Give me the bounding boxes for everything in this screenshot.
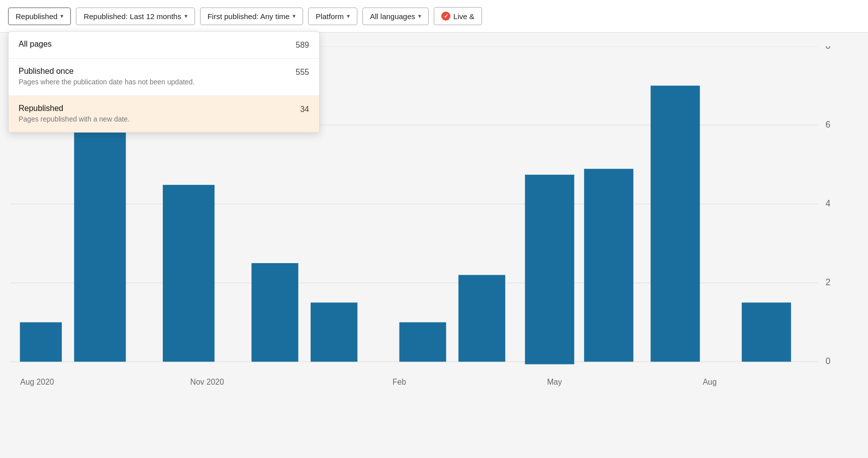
live-filter-button[interactable]: Live &: [434, 7, 482, 25]
date-range-filter-label: Republished: Last 12 months: [83, 12, 181, 21]
svg-rect-14: [311, 302, 357, 362]
dropdown-item-republished[interactable]: Republished Pages republished with a new…: [9, 96, 319, 133]
svg-rect-17: [525, 175, 574, 364]
svg-rect-13: [251, 263, 298, 362]
svg-text:Nov 2020: Nov 2020: [190, 378, 224, 386]
svg-rect-12: [163, 185, 215, 362]
all-pages-title: All pages: [19, 40, 287, 49]
svg-rect-19: [650, 86, 700, 362]
svg-rect-18: [584, 169, 633, 362]
dropdown-item-all-pages[interactable]: All pages 589: [9, 32, 319, 59]
published-once-desc: Pages where the publication date has not…: [19, 77, 287, 87]
svg-text:4: 4: [825, 198, 830, 208]
svg-rect-10: [20, 322, 62, 362]
republished-desc: Pages republished with a new date.: [19, 114, 292, 125]
date-range-filter-button[interactable]: Republished: Last 12 months ▾: [76, 8, 195, 25]
svg-text:8: 8: [825, 46, 830, 51]
date-range-chevron-icon: ▾: [184, 13, 187, 20]
svg-text:Aug: Aug: [703, 378, 717, 386]
republished-title: Republished: [19, 104, 292, 113]
toolbar: Republished ▾ Republished: Last 12 month…: [0, 0, 868, 33]
republished-filter-label: Republished: [16, 12, 57, 21]
svg-text:6: 6: [825, 120, 830, 130]
svg-text:Feb: Feb: [393, 378, 406, 386]
svg-rect-20: [742, 302, 791, 362]
first-published-filter-label: First published: Any time: [208, 12, 290, 21]
dropdown-item-published-once[interactable]: Published once Pages where the publicati…: [9, 59, 319, 96]
republished-chevron-icon: ▾: [60, 13, 63, 20]
svg-rect-16: [458, 275, 505, 362]
svg-rect-15: [399, 322, 446, 362]
svg-text:0: 0: [825, 356, 830, 366]
svg-text:May: May: [547, 378, 562, 386]
published-once-count: 555: [296, 67, 309, 77]
platform-chevron-icon: ▾: [347, 13, 350, 20]
language-filter-label: All languages: [370, 12, 415, 21]
platform-filter-label: Platform: [316, 12, 344, 21]
all-pages-count: 589: [296, 40, 309, 50]
svg-text:2: 2: [825, 277, 830, 287]
language-chevron-icon: ▾: [418, 13, 421, 20]
svg-text:Aug 2020: Aug 2020: [20, 378, 54, 386]
republished-filter-button[interactable]: Republished ▾: [8, 8, 71, 25]
language-filter-button[interactable]: All languages ▾: [362, 8, 429, 25]
first-published-filter-button[interactable]: First published: Any time ▾: [200, 8, 303, 25]
platform-filter-button[interactable]: Platform ▾: [308, 8, 357, 25]
published-once-title: Published once: [19, 67, 287, 76]
live-status-icon: [441, 12, 450, 21]
live-filter-label: Live &: [453, 12, 474, 21]
republished-count: 34: [300, 104, 309, 114]
republished-dropdown: All pages 589 Published once Pages where…: [8, 31, 320, 133]
first-published-chevron-icon: ▾: [293, 13, 296, 20]
